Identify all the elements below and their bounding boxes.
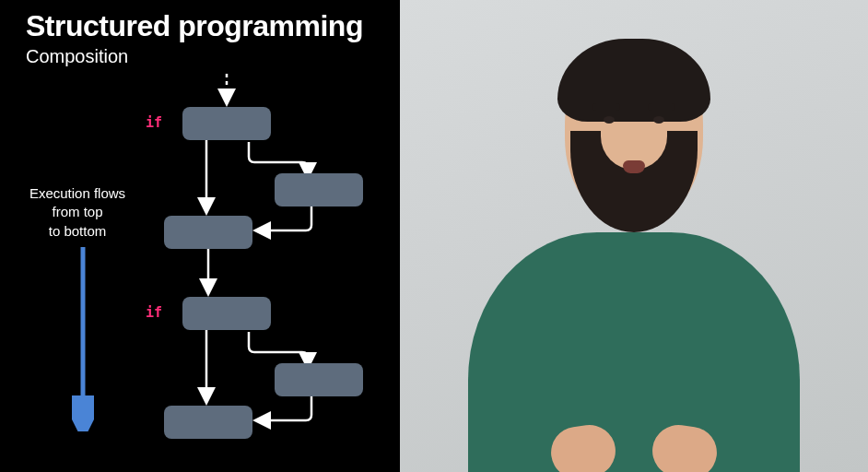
connector-arrow-icon (249, 330, 323, 367)
flow-box (164, 216, 252, 249)
presenter-video (400, 0, 868, 472)
presenter-mouth (623, 160, 645, 173)
big-flow-arrow-icon (72, 247, 94, 431)
flow-caption-line: from top (52, 204, 102, 219)
presenter-beard (570, 131, 698, 232)
slide-title: Structured programming (26, 9, 363, 43)
flow-box (182, 107, 271, 140)
connector-arrow-icon (254, 396, 319, 428)
presenter-figure (440, 30, 827, 472)
connector-arrow-icon (249, 140, 323, 177)
slide-subtitle: Composition (26, 46, 128, 67)
if-keyword: if (146, 304, 162, 321)
presenter-brow (592, 103, 620, 111)
presenter-hair (557, 39, 710, 122)
slide-panel: Structured programming Composition Execu… (0, 0, 400, 472)
entry-arrow-icon (217, 74, 236, 105)
connector-arrow-icon (197, 140, 216, 214)
flow-caption-line: Execution flows (29, 185, 125, 201)
presenter-eye (604, 116, 615, 124)
connector-arrow-icon (254, 206, 319, 238)
flow-box (182, 297, 271, 330)
connector-arrow-icon (199, 249, 217, 295)
presenter-brow (648, 103, 675, 111)
presenter-head (565, 52, 703, 227)
presenter-eye (653, 116, 664, 124)
flow-caption-line: to bottom (49, 223, 107, 239)
presenter-shirt (468, 232, 800, 472)
connector-arrow-icon (197, 330, 216, 404)
flow-box (275, 173, 363, 206)
flow-caption: Execution flows from top to bottom (22, 184, 133, 241)
flow-box (275, 363, 363, 396)
if-keyword: if (146, 114, 162, 131)
flow-box (164, 406, 252, 439)
